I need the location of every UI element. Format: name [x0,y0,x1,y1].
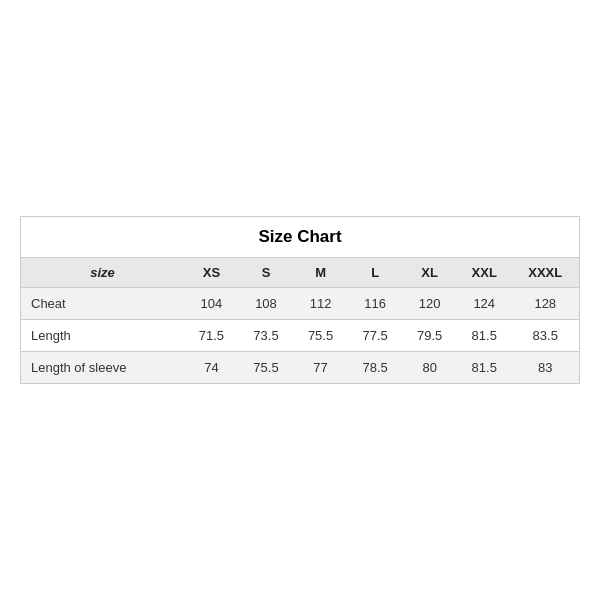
row-label: Cheat [21,288,185,320]
cell-value: 71.5 [184,320,239,352]
header-m: M [293,258,348,288]
table-row: Length71.573.575.577.579.581.583.5 [21,320,580,352]
size-chart-container: Size Chart size XS S M L XL XXL XXXL Che… [20,216,580,384]
header-s: S [239,258,294,288]
cell-value: 83.5 [512,320,580,352]
table-row: Cheat104108112116120124128 [21,288,580,320]
header-xl: XL [402,258,457,288]
cell-value: 128 [512,288,580,320]
row-label: Length [21,320,185,352]
cell-value: 83 [512,352,580,384]
cell-value: 81.5 [457,320,512,352]
cell-value: 116 [348,288,403,320]
header-row: size XS S M L XL XXL XXXL [21,258,580,288]
table-row: Length of sleeve7475.57778.58081.583 [21,352,580,384]
table-body: Cheat104108112116120124128Length71.573.5… [21,288,580,384]
cell-value: 80 [402,352,457,384]
header-xxl: XXL [457,258,512,288]
cell-value: 79.5 [402,320,457,352]
chart-title: Size Chart [21,217,580,258]
cell-value: 74 [184,352,239,384]
cell-value: 77 [293,352,348,384]
cell-value: 81.5 [457,352,512,384]
cell-value: 75.5 [293,320,348,352]
row-label: Length of sleeve [21,352,185,384]
header-xs: XS [184,258,239,288]
cell-value: 108 [239,288,294,320]
cell-value: 124 [457,288,512,320]
header-size: size [21,258,185,288]
cell-value: 104 [184,288,239,320]
header-xxxl: XXXL [512,258,580,288]
cell-value: 75.5 [239,352,294,384]
header-l: L [348,258,403,288]
size-chart-table: Size Chart size XS S M L XL XXL XXXL Che… [20,216,580,384]
title-row: Size Chart [21,217,580,258]
cell-value: 73.5 [239,320,294,352]
cell-value: 120 [402,288,457,320]
cell-value: 78.5 [348,352,403,384]
cell-value: 112 [293,288,348,320]
cell-value: 77.5 [348,320,403,352]
